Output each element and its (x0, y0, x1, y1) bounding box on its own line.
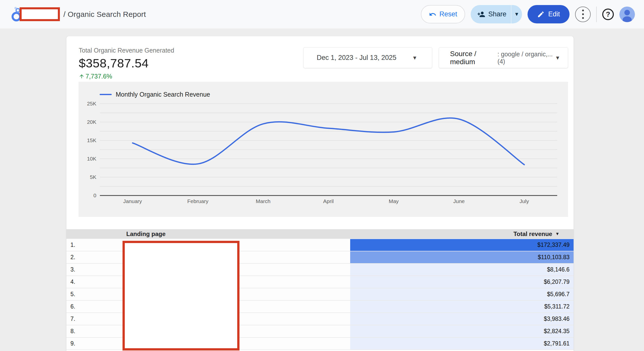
row-rank: 5. (66, 288, 101, 300)
person-add-icon (477, 10, 485, 18)
source-medium-value: : google / organic,... (4) (497, 51, 555, 65)
column-header-total-revenue[interactable]: Total revenue ▼ (513, 229, 574, 239)
total-revenue-cell: $5,311.72 (350, 301, 574, 313)
line-chart-plot: 25K20K15K10K5K0JanuaryFebruaryMarchApril… (78, 82, 568, 217)
edit-button-label: Edit (548, 10, 560, 18)
row-rank: 8. (66, 325, 101, 337)
page-title: / Organic Search Report (63, 0, 146, 28)
arrow-up-icon (79, 73, 85, 79)
date-range-caret-icon: ▼ (412, 55, 417, 61)
svg-text:5K: 5K (90, 174, 96, 180)
share-button-label: Share (488, 10, 506, 18)
svg-text:15K: 15K (87, 137, 96, 143)
share-button-group: Share ▼ (471, 5, 522, 23)
total-revenue-cell: $172,337.49 (350, 239, 574, 251)
row-rank: 9. (66, 338, 101, 349)
date-range-control[interactable]: Dec 1, 2023 - Jul 13, 2025 ▼ (303, 47, 432, 68)
scorecard-total-organic-revenue: Total Organic Revenue Generated $358,787… (79, 47, 174, 80)
svg-text:25K: 25K (87, 101, 96, 106)
looker-studio-report-view: / Organic Search Report Reset Share ▼ Ed… (0, 0, 644, 351)
svg-text:March: March (256, 198, 270, 204)
legend-label: Monthly Organic Search Revenue (116, 91, 210, 98)
table-header-row: Landing page Total revenue ▼ (66, 229, 574, 239)
svg-text:April: April (323, 198, 334, 204)
redaction-box-report-name (20, 7, 60, 21)
legend-line-swatch (100, 94, 112, 95)
reset-button-label: Reset (439, 10, 457, 18)
share-button[interactable]: Share (471, 5, 511, 23)
header-divider (596, 7, 597, 22)
row-rank: 7. (66, 313, 101, 325)
edit-button[interactable]: Edit (528, 5, 570, 23)
scorecard-delta: 7,737.6% (79, 73, 174, 80)
redaction-box-landing-pages (123, 241, 239, 350)
row-rank: 3. (66, 264, 101, 276)
user-avatar[interactable] (619, 7, 635, 22)
top-bar: / Organic Search Report Reset Share ▼ Ed… (0, 0, 644, 28)
chart-legend: Monthly Organic Search Revenue (100, 91, 210, 98)
row-rank: 6. (66, 301, 101, 313)
scorecard-label: Total Organic Revenue Generated (79, 47, 174, 54)
source-medium-filter-control[interactable]: Source / medium : google / organic,... (… (439, 47, 568, 68)
column-header-landing-page: Landing page (126, 229, 166, 239)
svg-text:June: June (453, 198, 465, 204)
source-medium-label: Source / medium (450, 50, 497, 66)
row-rank: 1. (66, 239, 101, 251)
svg-text:February: February (187, 198, 209, 204)
svg-text:May: May (389, 198, 399, 204)
date-range-value: Dec 1, 2023 - Jul 13, 2025 (317, 54, 396, 62)
scorecard-value: $358,787.54 (79, 56, 174, 70)
undo-icon (429, 11, 436, 18)
row-rank: 2. (66, 251, 101, 263)
svg-text:July: July (519, 198, 529, 204)
share-dropdown-caret-icon[interactable]: ▼ (511, 11, 522, 17)
total-revenue-cell: $3,983.46 (350, 313, 574, 325)
pencil-icon (537, 11, 545, 18)
svg-text:10K: 10K (87, 156, 96, 162)
total-revenue-cell: $110,103.83 (350, 251, 574, 263)
svg-text:20K: 20K (87, 119, 96, 125)
total-revenue-cell: $2,791.61 (350, 338, 574, 349)
column-header-total-revenue-label: Total revenue (513, 230, 552, 238)
scorecard-delta-value: 7,737.6% (86, 73, 112, 80)
help-button[interactable]: ? (602, 9, 614, 20)
source-medium-caret-icon: ▼ (555, 55, 560, 61)
more-options-button[interactable] (575, 7, 591, 22)
kebab-menu-icon (582, 10, 584, 11)
total-revenue-cell: $8,146.6 (350, 264, 574, 276)
svg-text:0: 0 (93, 192, 96, 198)
total-revenue-cell: $5,696.7 (350, 288, 574, 300)
time-series-chart[interactable]: 25K20K15K10K5K0JanuaryFebruaryMarchApril… (78, 82, 568, 217)
total-revenue-cell: $2,824.35 (350, 325, 574, 337)
sort-descending-icon: ▼ (555, 231, 559, 237)
row-rank: 4. (66, 276, 101, 288)
total-revenue-cell: $6,207.79 (350, 276, 574, 288)
reset-button[interactable]: Reset (421, 5, 465, 23)
svg-text:January: January (123, 198, 142, 204)
top-bar-actions: Reset Share ▼ Edit ? (421, 0, 635, 28)
